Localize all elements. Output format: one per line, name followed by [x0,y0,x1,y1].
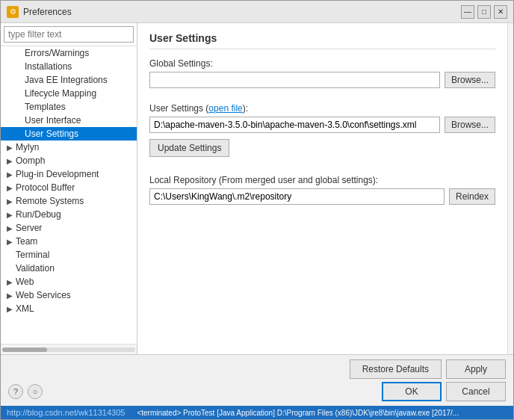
preferences-window: ⚙ Preferences — □ ✕ Errors/WarningsInsta… [0,0,514,420]
cancel-button[interactable]: Cancel [446,382,506,401]
tree-item-templates[interactable]: Templates [1,100,137,114]
tree-item-mylyn[interactable]: ▶Mylyn [1,140,137,154]
tree-label-user-settings: User Settings [25,129,78,139]
tree-arrow-protocol-buffer: ▶ [7,184,13,192]
scrollbar-track [2,348,135,352]
local-repo-row: Reindex [149,188,495,205]
tree-label-web-services: Web Services [16,290,71,300]
open-file-link[interactable]: open file [208,103,242,114]
status-text: http://blog.csdn.net/wk11314305 [7,408,125,417]
tree-item-installations[interactable]: Installations [1,60,137,73]
sidebar: Errors/WarningsInstallationsJava EE Inte… [1,23,137,354]
tree-item-oomph[interactable]: ▶Oomph [1,154,137,167]
reindex-button[interactable]: Reindex [449,188,495,205]
tree-label-validation: Validation [16,263,55,274]
user-settings-row: Browse... [149,117,495,133]
tree-label-mylyn: Mylyn [16,142,39,152]
scrollbar-thumb[interactable] [2,348,47,352]
help-icon[interactable]: ? [8,384,23,399]
tree-label-oomph: Oomph [16,155,45,166]
status-bar: http://blog.csdn.net/wk11314305 <termina… [1,406,513,419]
tree-label-protocol-buffer: Protocol Buffer [16,182,75,193]
tree-item-user-interface[interactable]: User Interface [1,114,137,127]
local-repo-input[interactable] [149,188,445,205]
global-settings-section: Global Settings: Browse... [149,58,495,93]
panel-title: User Settings [149,32,495,49]
tree-label-installations: Installations [25,61,72,72]
tree-label-remote-systems: Remote Systems [16,196,84,206]
global-browse-button[interactable]: Browse... [445,72,495,88]
user-settings-label: User Settings (open file): [149,103,495,114]
tree: Errors/WarningsInstallationsJava EE Inte… [1,46,137,344]
tree-label-java-ee-integration: Java EE Integrations [25,75,108,85]
tree-label-plugin-development: Plug-in Development [16,169,99,179]
tree-item-web-services[interactable]: ▶Web Services [1,288,137,302]
tree-item-protocol-buffer[interactable]: ▶Protocol Buffer [1,181,137,194]
scrollbar-area [1,344,137,354]
update-settings-button[interactable]: Update Settings [149,139,229,157]
local-repo-section: Local Repository (From merged user and g… [149,175,495,209]
tree-item-xml[interactable]: ▶XML [1,302,137,315]
tree-item-run-debug[interactable]: ▶Run/Debug [1,208,137,221]
tree-label-errors-warnings: Errors/Warnings [25,48,89,58]
tree-arrow-web-services: ▶ [7,291,13,300]
tree-item-user-settings[interactable]: User Settings [1,127,137,140]
footer-icons: ? ○ [8,384,43,399]
maximize-button[interactable]: □ [477,5,491,19]
filter-box [1,23,137,46]
main-action-buttons: Restore Defaults Apply [8,359,506,379]
app-icon: ⚙ [7,6,19,18]
apply-button[interactable]: Apply [446,359,506,379]
tree-arrow-run-debug: ▶ [7,211,13,219]
tree-label-templates: Templates [25,102,66,112]
tree-label-server: Server [16,223,42,233]
tree-arrow-remote-systems: ▶ [7,197,13,206]
tree-item-java-ee-integration[interactable]: Java EE Integrations [1,73,137,87]
global-settings-input[interactable] [149,72,440,88]
tree-label-team: Team [16,236,37,247]
right-panel [507,23,513,354]
tree-item-remote-systems[interactable]: ▶Remote Systems [1,194,137,208]
tree-arrow-oomph: ▶ [7,157,13,165]
tree-item-web[interactable]: ▶Web [1,275,137,288]
main-content: Errors/WarningsInstallationsJava EE Inte… [1,23,513,354]
tree-arrow-web: ▶ [7,278,13,286]
global-settings-row: Browse... [149,72,495,88]
tree-arrow-server: ▶ [7,224,13,232]
tree-label-terminal: Terminal [16,250,49,260]
main-panel: User Settings Global Settings: Browse...… [137,23,507,354]
window-title: Preferences [23,7,72,17]
tree-arrow-plugin-development: ▶ [7,170,13,179]
filter-input[interactable] [4,26,134,43]
dialog-buttons: OK Cancel [382,382,506,401]
tree-item-errors-warnings[interactable]: Errors/Warnings [1,46,137,60]
user-settings-section: User Settings (open file): Browse... Upd… [149,103,495,157]
global-settings-label: Global Settings: [149,58,495,69]
tree-item-terminal[interactable]: Terminal [1,248,137,262]
bottom-bar: Restore Defaults Apply ? ○ OK Cancel [1,354,513,406]
tree-arrow-mylyn: ▶ [7,143,13,152]
title-bar-controls: — □ ✕ [461,5,507,19]
tree-label-run-debug: Run/Debug [16,209,61,220]
ok-button[interactable]: OK [382,382,442,401]
local-repo-label: Local Repository (From merged user and g… [149,175,495,185]
tree-label-web: Web [16,277,34,287]
user-browse-button[interactable]: Browse... [445,117,495,133]
tree-label-xml: XML [16,303,34,314]
tree-arrow-xml: ▶ [7,305,13,313]
tree-label-user-interface: User Interface [25,115,81,126]
title-bar: ⚙ Preferences — □ ✕ [1,1,513,23]
info-icon[interactable]: ○ [28,384,43,399]
console-text: <terminated> ProtoTest [Java Application… [137,409,459,417]
tree-arrow-team: ▶ [7,238,13,246]
tree-item-plugin-development[interactable]: ▶Plug-in Development [1,167,137,181]
tree-item-validation[interactable]: Validation [1,262,137,275]
tree-item-server[interactable]: ▶Server [1,221,137,235]
user-settings-input[interactable] [149,117,440,133]
minimize-button[interactable]: — [461,5,474,19]
tree-item-lifecycle-mapping[interactable]: Lifecycle Mapping [1,87,137,100]
restore-defaults-button[interactable]: Restore Defaults [350,359,442,379]
title-bar-left: ⚙ Preferences [7,6,72,18]
close-button[interactable]: ✕ [494,5,507,19]
tree-item-team[interactable]: ▶Team [1,235,137,248]
